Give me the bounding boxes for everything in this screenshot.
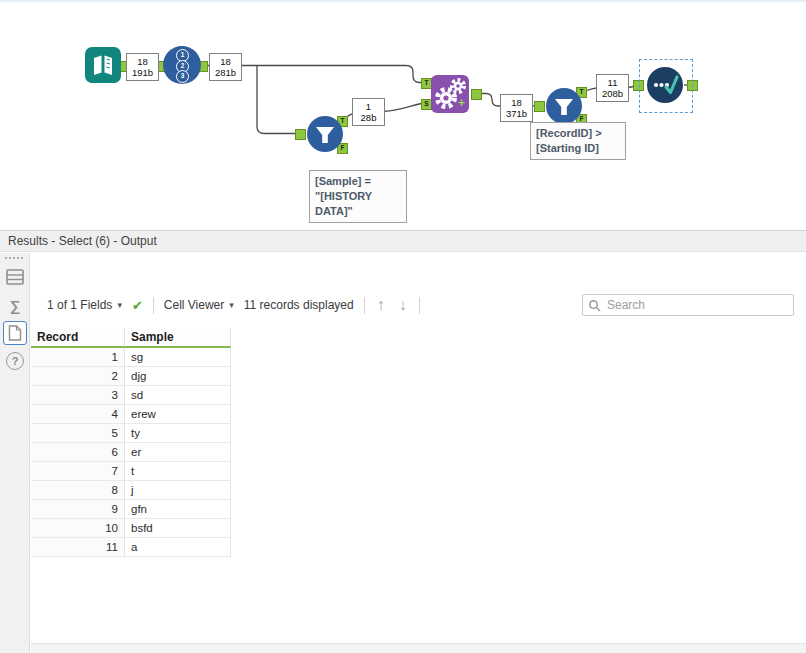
sample-cell[interactable]: t bbox=[125, 462, 231, 481]
output-anchor[interactable] bbox=[471, 89, 482, 100]
results-table: Record Sample 1 sg 2 djg 3 sd 4 erew 5 t… bbox=[31, 328, 231, 557]
table-row[interactable]: 8 j bbox=[31, 481, 231, 500]
record-count: 11 bbox=[599, 77, 626, 88]
data-size: 281b bbox=[212, 67, 239, 78]
input-data-icon bbox=[84, 46, 122, 84]
sample-cell[interactable]: sd bbox=[125, 386, 231, 405]
tool-filter-1[interactable] bbox=[306, 115, 344, 153]
record-count: 18 bbox=[129, 56, 156, 67]
connection-line[interactable] bbox=[381, 104, 421, 112]
record-number-cell[interactable]: 5 bbox=[31, 424, 125, 443]
table-row[interactable]: 5 ty bbox=[31, 424, 231, 443]
connection-progress-label[interactable]: 18 371b bbox=[500, 94, 533, 122]
table-row[interactable]: 9 gfn bbox=[31, 500, 231, 519]
column-header-record[interactable]: Record bbox=[31, 328, 125, 348]
connection-progress-label[interactable]: 18 191b bbox=[126, 53, 159, 81]
column-header-sample[interactable]: Sample bbox=[125, 328, 231, 348]
sample-cell[interactable]: bsfd bbox=[125, 519, 231, 538]
record-number-cell[interactable]: 11 bbox=[31, 538, 125, 557]
results-pane-header[interactable]: Results - Select (6) - Output bbox=[0, 230, 806, 252]
append-fields-icon: + bbox=[430, 74, 470, 114]
input-anchor[interactable] bbox=[534, 101, 545, 112]
scroll-down-button[interactable]: ↓ bbox=[397, 296, 409, 314]
apply-check-icon[interactable]: ✔ bbox=[132, 298, 143, 313]
results-pane-body: ∑ ? 1 of 1 Fields ▾ ✔ Cell Viewer ▾ bbox=[0, 253, 806, 653]
horizontal-scrollbar-track[interactable] bbox=[31, 643, 806, 653]
chevron-down-icon: ▾ bbox=[229, 300, 234, 310]
record-number-cell[interactable]: 1 bbox=[31, 348, 125, 367]
tool-filter-2[interactable] bbox=[545, 87, 583, 125]
record-number-cell[interactable]: 6 bbox=[31, 443, 125, 462]
record-id-icon: 1 2 3 bbox=[163, 46, 201, 84]
connection-line[interactable] bbox=[257, 66, 300, 134]
sample-cell[interactable]: j bbox=[125, 481, 231, 500]
tool-annotation[interactable]: [RecordID] > [Starting ID] bbox=[530, 122, 626, 160]
tool-input-data[interactable] bbox=[84, 46, 122, 84]
sample-cell[interactable]: er bbox=[125, 443, 231, 462]
connection-progress-label[interactable]: 1 28b bbox=[352, 98, 385, 126]
table-row[interactable]: 2 djg bbox=[31, 367, 231, 386]
toolbar-separator bbox=[419, 297, 420, 314]
select-icon bbox=[646, 66, 684, 104]
record-number-cell[interactable]: 2 bbox=[31, 367, 125, 386]
toolbar-separator bbox=[364, 297, 365, 314]
record-number-cell[interactable]: 9 bbox=[31, 500, 125, 519]
table-header-row: Record Sample bbox=[31, 328, 231, 348]
profile-view-icon[interactable]: ∑ bbox=[3, 293, 27, 317]
help-button[interactable]: ? bbox=[3, 349, 27, 373]
results-toolbar: 1 of 1 Fields ▾ ✔ Cell Viewer ▾ 11 recor… bbox=[31, 290, 806, 320]
tool-select[interactable] bbox=[646, 66, 684, 104]
connection-progress-label[interactable]: 18 281b bbox=[209, 53, 242, 81]
sample-cell[interactable]: a bbox=[125, 538, 231, 557]
filter-icon bbox=[545, 87, 583, 125]
search-icon bbox=[588, 299, 601, 312]
table-row[interactable]: 6 er bbox=[31, 443, 231, 462]
results-pane-title: Results - Select (6) - Output bbox=[8, 234, 157, 248]
sample-cell[interactable]: erew bbox=[125, 405, 231, 424]
sample-cell[interactable]: ty bbox=[125, 424, 231, 443]
record-number-cell[interactable]: 3 bbox=[31, 386, 125, 405]
input-anchor[interactable] bbox=[295, 129, 306, 140]
records-displayed-text: 11 records displayed bbox=[244, 298, 354, 312]
plus-icon: + bbox=[458, 96, 465, 110]
cell-viewer-label: Cell Viewer bbox=[164, 298, 224, 312]
record-count: 1 bbox=[355, 101, 382, 112]
cell-viewer-dropdown[interactable]: Cell Viewer ▾ bbox=[164, 298, 234, 312]
data-size: 191b bbox=[129, 67, 156, 78]
table-row[interactable]: 11 a bbox=[31, 538, 231, 557]
table-view-icon[interactable] bbox=[3, 265, 27, 289]
scroll-up-button[interactable]: ↑ bbox=[375, 296, 387, 314]
record-number-cell[interactable]: 8 bbox=[31, 481, 125, 500]
fields-dropdown[interactable]: 1 of 1 Fields ▾ bbox=[47, 298, 122, 312]
sample-cell[interactable]: djg bbox=[125, 367, 231, 386]
page-icon bbox=[8, 325, 22, 341]
table-row[interactable]: 7 t bbox=[31, 462, 231, 481]
chevron-down-icon: ▾ bbox=[117, 300, 122, 310]
sample-cell[interactable]: sg bbox=[125, 348, 231, 367]
tool-record-id[interactable]: 1 2 3 bbox=[163, 46, 201, 84]
workflow-canvas[interactable]: T F T S T F 18 191b 18 281b 1 28b 18 371… bbox=[0, 0, 806, 232]
connection-line[interactable] bbox=[480, 94, 500, 107]
data-size: 28b bbox=[355, 112, 382, 123]
table-row[interactable]: 3 sd bbox=[31, 386, 231, 405]
tool-append-fields[interactable]: + bbox=[430, 74, 470, 114]
record-number-cell[interactable]: 10 bbox=[31, 519, 125, 538]
search-box[interactable] bbox=[582, 294, 794, 316]
table-row[interactable]: 4 erew bbox=[31, 405, 231, 424]
data-size: 371b bbox=[503, 108, 530, 119]
report-view-icon[interactable] bbox=[3, 321, 27, 345]
search-input[interactable] bbox=[605, 297, 793, 313]
table-row[interactable]: 10 bsfd bbox=[31, 519, 231, 538]
sample-cell[interactable]: gfn bbox=[125, 500, 231, 519]
toolbar-separator bbox=[153, 297, 154, 314]
sigma-icon: ∑ bbox=[10, 297, 21, 314]
strip-drag-handle-icon[interactable] bbox=[0, 253, 29, 263]
table-row[interactable]: 1 sg bbox=[31, 348, 231, 367]
record-id-number: 3 bbox=[176, 70, 189, 83]
record-number-cell[interactable]: 4 bbox=[31, 405, 125, 424]
data-size: 208b bbox=[599, 88, 626, 99]
tool-annotation[interactable]: [Sample] = "[HISTORY DATA]" bbox=[309, 170, 407, 223]
record-number-cell[interactable]: 7 bbox=[31, 462, 125, 481]
help-icon: ? bbox=[6, 352, 24, 370]
connection-progress-label[interactable]: 11 208b bbox=[596, 74, 629, 102]
